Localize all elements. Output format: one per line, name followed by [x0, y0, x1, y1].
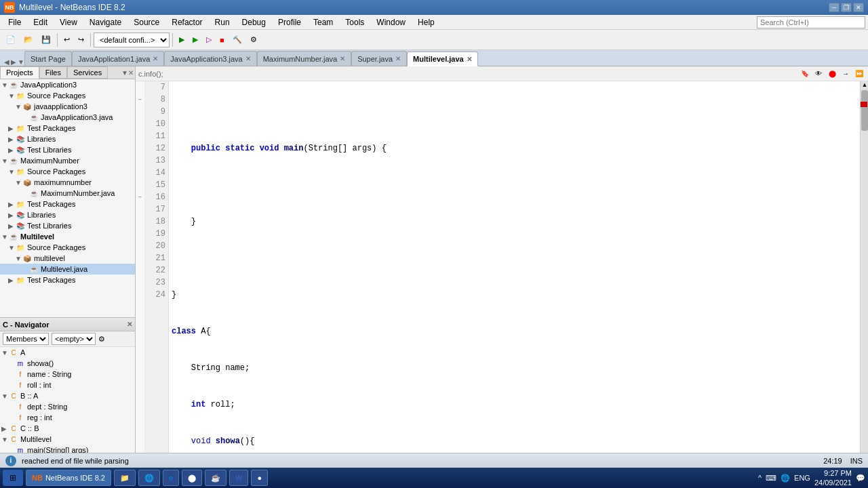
taskbar-browser1[interactable]: 🌐: [138, 470, 160, 486]
members-dropdown[interactable]: Members: [3, 333, 49, 345]
toggle-pkg-3[interactable]: ▼: [15, 255, 22, 262]
taskbar-word[interactable]: W: [229, 470, 248, 486]
fold-16[interactable]: −: [136, 191, 144, 203]
run-button[interactable]: ▶: [176, 33, 188, 47]
panel-tab-files[interactable]: Files: [39, 66, 67, 79]
tree-item-multilevel-project[interactable]: ▼ ☕ Multilevel: [0, 231, 135, 242]
nav-item-main[interactable]: m main(String[] args): [0, 445, 135, 453]
panel-tab-projects[interactable]: Projects: [0, 66, 39, 79]
tab-javaapp3-close[interactable]: ✕: [245, 55, 251, 62]
tab-dropdown[interactable]: ▼: [18, 58, 24, 66]
nav-item-dept[interactable]: f dept : String: [0, 401, 135, 412]
menu-run[interactable]: Run: [210, 16, 235, 28]
project-tree[interactable]: ▼ ☕ JavaApplication3 ▼ 📁 Source Packages…: [0, 79, 135, 317]
tab-scroll-left[interactable]: ◀: [4, 58, 9, 66]
toggle-test-2[interactable]: ▶: [8, 201, 15, 208]
menu-tools[interactable]: Tools: [340, 16, 370, 28]
taskbar-edge[interactable]: e: [163, 470, 179, 486]
menu-view[interactable]: View: [54, 16, 83, 28]
restore-button[interactable]: ❐: [841, 3, 852, 12]
clean-build-button[interactable]: ⚙: [247, 33, 260, 47]
menu-source[interactable]: Source: [128, 16, 165, 28]
taskbar-explorer[interactable]: 📁: [114, 470, 136, 486]
toggle-testlibs-2[interactable]: ▶: [8, 222, 15, 230]
tree-item-maxnum-project[interactable]: ▼ ☕ MaximumNumber: [0, 155, 135, 166]
tree-item-test-pkg-1[interactable]: ▶ 📁 Test Packages: [0, 123, 135, 134]
tab-javaapp3[interactable]: JavaApplication3.java ✕: [164, 51, 256, 66]
breakpoint-button[interactable]: ⬤: [826, 68, 838, 80]
scroll-thumb[interactable]: [861, 90, 868, 131]
toggle-pkg-1[interactable]: ▼: [15, 103, 22, 110]
start-button[interactable]: ⊞: [3, 470, 23, 486]
tab-maxnum[interactable]: MaximumNumber.java ✕: [257, 51, 351, 66]
toggle-test-3[interactable]: ▶: [8, 277, 15, 284]
taskbar-arrow-up[interactable]: ^: [758, 474, 762, 482]
toggle-maxnum[interactable]: ▼: [1, 157, 8, 165]
tab-multilevel[interactable]: Multilevel.java ✕: [407, 52, 478, 66]
panel-close-button[interactable]: ✕: [128, 69, 134, 77]
nav-item-reg[interactable]: f reg : int: [0, 412, 135, 423]
taskbar-chrome[interactable]: ⬤: [182, 470, 202, 486]
menu-team[interactable]: Team: [308, 16, 338, 28]
step-button[interactable]: →: [840, 68, 852, 80]
vertical-scrollbar[interactable]: ▲: [860, 81, 868, 453]
toggle-testlibs-1[interactable]: ▶: [8, 146, 15, 154]
nav-item-A[interactable]: ▼ C A: [0, 347, 135, 358]
title-bar-buttons[interactable]: ─ ❐ ✕: [829, 3, 864, 12]
tree-item-javaapp3-java[interactable]: ☕ JavaApplication3.java: [0, 112, 135, 123]
open-button[interactable]: 📂: [20, 33, 37, 47]
panel-minimize-button[interactable]: ▼: [121, 69, 128, 77]
taskbar-app2[interactable]: ●: [251, 470, 268, 486]
menu-profile[interactable]: Profile: [273, 16, 307, 28]
taskbar-netbeans[interactable]: NB NetBeans IDE 8.2: [26, 470, 111, 486]
tab-super[interactable]: Super.java ✕: [351, 51, 407, 66]
tab-super-close[interactable]: ✕: [395, 55, 401, 62]
close-button[interactable]: ✕: [853, 3, 864, 12]
nav-item-multilevel-class[interactable]: ▼ C Multilevel: [0, 434, 135, 445]
tab-javaapp1[interactable]: JavaApplication1.java ✕: [72, 51, 164, 66]
tree-item-test-pkg-2[interactable]: ▶ 📁 Test Packages: [0, 199, 135, 209]
tree-item-src-packages-3[interactable]: ▼ 📁 Source Packages: [0, 242, 135, 253]
nav-item-C[interactable]: ▶ C C :: B: [0, 423, 135, 434]
tab-start-page[interactable]: Start Page: [24, 51, 72, 66]
tab-maxnum-close[interactable]: ✕: [340, 55, 345, 62]
watch-button[interactable]: 👁: [812, 68, 825, 80]
config-dropdown[interactable]: <default confi...>: [94, 33, 170, 47]
menu-help[interactable]: Help: [412, 16, 440, 28]
tab-multilevel-close[interactable]: ✕: [467, 56, 472, 63]
tree-item-multilevel-pkg[interactable]: ▼ 📦 multilevel: [0, 253, 135, 264]
toggle-libs-2[interactable]: ▶: [8, 211, 15, 219]
profile-button[interactable]: ▷: [203, 33, 215, 47]
menu-window[interactable]: Window: [371, 16, 411, 28]
save-button[interactable]: 💾: [38, 33, 54, 47]
menu-file[interactable]: File: [3, 16, 26, 28]
bookmark-button[interactable]: 🔖: [799, 68, 811, 80]
menu-navigate[interactable]: Navigate: [84, 16, 127, 28]
nav-item-showa[interactable]: m showa(): [0, 358, 135, 369]
toggle-javaapp3[interactable]: ▼: [1, 81, 8, 89]
tree-item-testlibs-1[interactable]: ▶ 📚 Test Libraries: [0, 144, 135, 155]
filter-dropdown[interactable]: <empty>: [52, 333, 96, 345]
minimize-button[interactable]: ─: [829, 3, 840, 12]
menu-edit[interactable]: Edit: [28, 16, 53, 28]
taskbar-notification-icon[interactable]: 💬: [856, 474, 865, 483]
fold-8[interactable]: −: [136, 94, 144, 106]
tree-item-javaapp3-pkg[interactable]: ▼ 📦 javaapplication3: [0, 101, 135, 112]
tree-item-test-pkg-3[interactable]: ▶ 📁 Test Packages: [0, 274, 135, 285]
tree-item-maxnum-java[interactable]: ☕ MaximumNumber.java: [0, 188, 135, 199]
menu-debug[interactable]: Debug: [237, 16, 271, 28]
toggle-src-1[interactable]: ▼: [8, 92, 15, 100]
tree-item-maxnum-pkg[interactable]: ▼ 📦 maximumnumber: [0, 177, 135, 188]
toggle-test-1[interactable]: ▶: [8, 125, 15, 132]
run-to-cursor-button[interactable]: ⏩: [853, 68, 865, 80]
scroll-up-button[interactable]: ▲: [861, 81, 868, 89]
panel-tab-services[interactable]: Services: [67, 66, 108, 79]
tree-item-multilevel-java[interactable]: ☕ Multilevel.java: [0, 264, 135, 274]
toggle-src-2[interactable]: ▼: [8, 168, 15, 176]
tab-scroll-right[interactable]: ▶: [11, 58, 16, 66]
menu-refactor[interactable]: Refactor: [166, 16, 208, 28]
navigator-close-button[interactable]: ✕: [127, 321, 132, 328]
tree-item-javaapp3-project[interactable]: ▼ ☕ JavaApplication3: [0, 79, 135, 90]
tree-item-src-packages-2[interactable]: ▼ 📁 Source Packages: [0, 166, 135, 177]
toggle-src-3[interactable]: ▼: [8, 244, 15, 251]
